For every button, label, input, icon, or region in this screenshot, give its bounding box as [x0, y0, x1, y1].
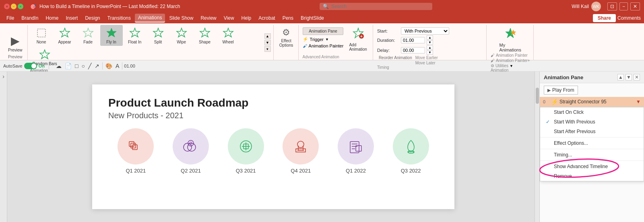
scroll-down-arrow[interactable]: ▼ — [264, 40, 271, 45]
add-animation-icon: + — [352, 27, 364, 42]
anim-none[interactable]: None — [30, 25, 53, 46]
anim-wheel-label: Wheel — [222, 40, 233, 44]
svg-marker-1 — [60, 28, 70, 37]
menu-pens[interactable]: Pens — [279, 14, 297, 22]
pane-up-button[interactable]: ▲ — [617, 74, 624, 80]
delay-up-arrow[interactable]: ▲ — [427, 45, 433, 50]
timeline-circles: Q1 2021 Q2 2021 Q3 2021 — [108, 128, 438, 174]
animation-painter-plus-button[interactable]: 🖌 Animation Painter+ — [491, 58, 530, 63]
toolbar-cloud-icon[interactable]: ☁ — [55, 62, 63, 70]
anim-fade[interactable]: Fade — [77, 25, 99, 46]
dropdown-timing[interactable]: Timing... — [540, 150, 644, 160]
toolbar-zoom-value[interactable]: 01.00 — [124, 64, 135, 68]
sidebar-collapse-arrow[interactable]: › — [2, 73, 4, 80]
timeline-item-q3-2021[interactable]: Q3 2021 — [228, 128, 264, 174]
play-from-button[interactable]: ▶ Play From — [544, 86, 578, 95]
duration-down-arrow[interactable]: ▼ — [427, 40, 433, 45]
duration-up-arrow[interactable]: ▲ — [427, 35, 433, 40]
toolbar-fill-icon[interactable]: 🎨 — [104, 62, 114, 70]
animation-pane-ribbon-button[interactable]: Animation Pane — [303, 27, 344, 35]
search-input[interactable] — [331, 4, 412, 9]
maximize-button[interactable]: + — [18, 4, 23, 9]
label-q1-2022: Q1 2022 — [346, 168, 366, 174]
toolbar-rect-icon[interactable]: □ — [74, 62, 79, 70]
anim-wipe[interactable]: Wipe — [170, 25, 193, 46]
menu-review[interactable]: Review — [197, 14, 219, 22]
scroll-more-arrow[interactable]: ▾ — [264, 46, 271, 52]
anim-split[interactable]: Split — [147, 25, 169, 46]
anim-none-icon — [35, 27, 48, 39]
pane-close-button[interactable]: ✕ — [634, 74, 640, 80]
toolbar-arrow-icon[interactable]: ↗ — [93, 62, 101, 70]
my-animations-label: MyAnimations — [500, 43, 521, 52]
menu-design[interactable]: Design — [82, 14, 103, 22]
effect-options-button[interactable]: ⚙ EffectOptions — [278, 26, 295, 49]
toolbar-circle-icon[interactable]: ○ — [80, 62, 86, 70]
title-bar: ✕ − + 🎯 How to Build a Timeline in Power… — [0, 0, 644, 13]
toolbar-doc-icon[interactable]: 📄 — [64, 62, 73, 70]
my-animations-button[interactable]: MyAnimations — [500, 27, 521, 52]
slide-scrollbar[interactable] — [535, 72, 539, 222]
animation-item-row[interactable]: 0 ⚡ Straight Connector 95 ▼ — [540, 97, 644, 107]
animation-painter-button[interactable]: 🖌 Animation Painter — [303, 43, 344, 48]
timeline-item-q3-2022[interactable]: Q3 2022 — [393, 128, 429, 174]
anim-shape[interactable]: Shape — [194, 25, 216, 46]
menu-insert[interactable]: Insert — [62, 14, 81, 22]
close-win-button[interactable]: ✕ — [630, 2, 640, 10]
timeline-item-q1-2022[interactable]: Q1 2022 — [338, 128, 374, 174]
dropdown-start-after-previous[interactable]: Start After Previous — [540, 127, 644, 136]
svg-rect-16 — [132, 145, 137, 150]
trigger-button[interactable]: ⚡ Trigger ▼ — [303, 37, 344, 42]
share-button[interactable]: Share — [593, 14, 616, 22]
timing-duration-input[interactable] — [401, 37, 425, 43]
menu-file[interactable]: File — [3, 14, 17, 22]
restore-button[interactable]: ⊡ — [607, 2, 617, 10]
timing-start-select[interactable]: With Previous On Click After Previous — [401, 27, 449, 35]
anim-appear[interactable]: Appear — [54, 25, 76, 46]
pane-down-button[interactable]: ▼ — [625, 74, 632, 80]
dropdown-start-with-previous[interactable]: ✓ Start With Previous — [540, 117, 644, 127]
toolbar-line-icon[interactable]: ╱ — [87, 62, 93, 70]
anim-flyin[interactable]: Fly In — [100, 25, 123, 46]
timing-dropdown-label: Timing... — [554, 152, 572, 158]
add-animation-button[interactable]: + AddAnimation — [347, 27, 369, 52]
menu-animations[interactable]: Animations — [135, 14, 165, 23]
menu-brightslide[interactable]: BrightSlide — [297, 14, 327, 22]
toolbar-format-icon[interactable]: A — [114, 62, 120, 70]
timeline-item-q2-2021[interactable]: Q2 2021 — [173, 128, 209, 174]
timeline-item-q4-2021[interactable]: Q4 2021 — [283, 128, 319, 174]
menu-transitions[interactable]: Transitions — [104, 14, 134, 22]
scroll-up-arrow[interactable]: ▲ — [264, 33, 271, 39]
animation-pane-header: Animation Pane ▲ ▼ ✕ — [540, 72, 644, 83]
dropdown-start-on-click[interactable]: Start On Click — [540, 107, 644, 117]
menu-brandin[interactable]: BrandIn — [18, 14, 41, 22]
comments-button[interactable]: Comments — [617, 15, 641, 21]
move-earlier-button[interactable]: Move Earlier — [415, 56, 438, 60]
menu-home[interactable]: Home — [42, 14, 62, 22]
animation-pane: Animation Pane ▲ ▼ ✕ ▶ Play From 0 ⚡ Str… — [539, 72, 644, 222]
dropdown-effect-options[interactable]: Effect Options... — [540, 138, 644, 148]
timing-delay-input[interactable] — [401, 47, 425, 53]
preview-button[interactable]: ▶ Preview — [5, 33, 26, 54]
dropdown-show-advanced-timeline[interactable]: Show Advanced Timeline — [540, 162, 644, 171]
play-icon: ▶ — [547, 88, 551, 93]
timeline-item-q1-2021[interactable]: Q1 2021 — [118, 128, 154, 174]
animation-painter-sub-button[interactable]: 🖌 Animation Painter — [491, 53, 530, 58]
menu-help[interactable]: Help — [238, 14, 255, 22]
close-button[interactable]: ✕ — [4, 4, 10, 9]
autosave-toggle[interactable] — [24, 63, 37, 69]
dropdown-remove[interactable]: Remove — [540, 171, 644, 181]
anim-floatin[interactable]: Float In — [124, 25, 146, 46]
move-later-button[interactable]: Move Later — [415, 61, 438, 65]
delay-down-arrow[interactable]: ▼ — [427, 50, 433, 55]
animation-item-dropdown-arrow[interactable]: ▼ — [636, 99, 641, 105]
menu-view[interactable]: View — [221, 14, 237, 22]
anim-wheel[interactable]: Wheel — [217, 25, 239, 46]
menu-acrobat[interactable]: Acrobat — [255, 14, 278, 22]
minimize-win-button[interactable]: − — [619, 2, 628, 10]
utilities-button[interactable]: ⚙ Utilities ▼ — [491, 64, 530, 68]
search-bar[interactable]: 🔍 — [320, 3, 432, 10]
menu-slideshow[interactable]: Slide Show — [166, 14, 196, 22]
left-sidebar: › — [0, 72, 7, 222]
minimize-button[interactable]: − — [11, 4, 17, 9]
